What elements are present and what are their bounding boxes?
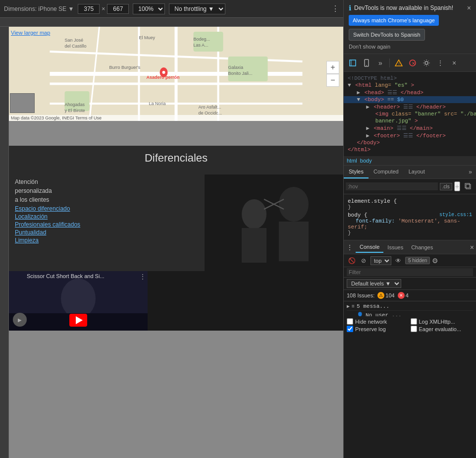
- head-expand[interactable]: ▶: [357, 90, 361, 96]
- hide-network-checkbox[interactable]: [347, 318, 353, 325]
- tab-styles[interactable]: Styles: [344, 166, 369, 178]
- map-zoom-out-button[interactable]: −: [326, 74, 339, 87]
- link-puntualidad[interactable]: Puntualidad: [15, 229, 199, 236]
- log-xmlhttp-checkbox[interactable]: [411, 318, 417, 325]
- barber-svg: [205, 174, 343, 271]
- toolbar-more-button[interactable]: ⋮: [331, 4, 339, 13]
- styles-add-button[interactable]: +: [454, 181, 460, 191]
- lang-attr: lang=: [375, 82, 391, 88]
- error-icon: ✕: [409, 59, 417, 67]
- throttle-select[interactable]: No throttling ▼: [169, 3, 225, 14]
- hidden-badge[interactable]: 5 hidden: [405, 257, 430, 264]
- html-expand-arrow[interactable]: ▼: [348, 82, 351, 88]
- context-select[interactable]: top: [370, 256, 391, 265]
- html-breadcrumb[interactable]: html: [347, 158, 357, 164]
- warn-count-text: 104: [385, 292, 394, 298]
- img-src-cont[interactable]: banner.jpg" >: [344, 117, 476, 124]
- html-close-line[interactable]: </html>: [344, 146, 476, 153]
- video-menu-icon[interactable]: ⋮: [140, 273, 146, 280]
- body-open-line[interactable]: ▼ <body> == $0: [344, 96, 476, 103]
- link-limpieza[interactable]: Limpieza: [15, 237, 199, 244]
- header-line[interactable]: ▶ <header> ☰☰ </header>: [344, 103, 476, 111]
- barber-image-inner: [205, 174, 343, 271]
- body-breadcrumb[interactable]: body: [360, 158, 372, 164]
- hide-network-label: Hide network: [355, 319, 387, 325]
- eager-eval-checkbox[interactable]: [411, 326, 417, 332]
- body-close-line[interactable]: </body>: [344, 139, 476, 146]
- body-dollar: $0: [397, 97, 404, 103]
- youtube-play-button[interactable]: [69, 314, 87, 327]
- svg-text:Bonito Jali...: Bonito Jali...: [228, 71, 253, 76]
- top-selector: top: [370, 256, 391, 265]
- notif-buttons: Always match Chrome's language: [349, 15, 471, 26]
- elements-panel-button[interactable]: [347, 57, 359, 69]
- devtools-close-button[interactable]: ×: [448, 57, 460, 69]
- console-close-button[interactable]: ×: [470, 243, 474, 251]
- tab-changes[interactable]: Changes: [407, 242, 437, 252]
- html-open-line[interactable]: ▼ <html lang= "es" >: [344, 82, 476, 89]
- console-gear-button[interactable]: ⚙: [432, 257, 438, 265]
- view-larger-link[interactable]: View larger map: [11, 30, 50, 36]
- img-src-attr: src=: [444, 111, 457, 117]
- tabs-more-button[interactable]: »: [465, 166, 476, 178]
- svg-rect-29: [205, 174, 343, 271]
- copy-styles-button[interactable]: [462, 180, 474, 192]
- console-entry-2: 👤 No user ...: [347, 311, 473, 316]
- match-language-button[interactable]: Always match Chrome's language: [349, 15, 439, 26]
- img-line[interactable]: <img class= "banner" src= "./banner/: [344, 111, 476, 117]
- head-line[interactable]: ▶ <head> ☰☰ </head>: [344, 89, 476, 96]
- tab-issues[interactable]: Issues: [383, 242, 407, 252]
- warning-icon-button[interactable]: !: [393, 57, 405, 69]
- svg-text:Las A...: Las A...: [194, 43, 209, 48]
- tab-computed[interactable]: Computed: [369, 166, 404, 178]
- zoom-select[interactable]: 100%: [133, 3, 165, 14]
- svg-rect-9: [194, 32, 223, 52]
- tab-console[interactable]: Console: [356, 242, 383, 253]
- tab-layout[interactable]: Layout: [404, 166, 430, 178]
- dimension-separator: ×: [102, 5, 105, 12]
- footer-line[interactable]: ▶ <footer> ☰☰ </footer>: [344, 132, 476, 139]
- more-tools-button[interactable]: »: [374, 57, 386, 69]
- levels-dropdown[interactable]: Default levels ▼: [347, 279, 401, 288]
- height-input[interactable]: [107, 4, 129, 14]
- cls-button[interactable]: .cls: [440, 183, 452, 190]
- console-clear-button[interactable]: 🚫: [347, 256, 357, 266]
- video-thumbnail[interactable]: ▶ Scissor Cut Short Back and Si... ⋮: [9, 271, 148, 331]
- link-espacio[interactable]: Espacio diferenciado: [15, 205, 199, 212]
- info-icon: ℹ: [349, 4, 351, 12]
- devtools-menu-button[interactable]: ⋮: [434, 57, 446, 69]
- footer-expand[interactable]: ▶: [366, 133, 370, 139]
- width-input[interactable]: [78, 4, 100, 14]
- link-localizacion[interactable]: Localización: [15, 213, 199, 220]
- style-source[interactable]: style.css:1: [439, 212, 472, 218]
- link-profesionales[interactable]: Profesionales calificados: [15, 221, 199, 228]
- doctype-line[interactable]: <!DOCTYPE html>: [344, 75, 476, 82]
- play-triangle: [76, 316, 83, 324]
- svg-point-48: [425, 61, 428, 64]
- eye-button[interactable]: 👁: [393, 256, 403, 266]
- body-expand[interactable]: ▼: [357, 97, 361, 103]
- entry1-expand[interactable]: ▶: [347, 303, 350, 309]
- notif-close-button[interactable]: ×: [467, 4, 471, 12]
- default-levels-row: Default levels ▼: [344, 278, 476, 290]
- header-expand[interactable]: ▶: [366, 104, 370, 110]
- img-class-attr: class=: [392, 111, 412, 117]
- console-filter-button[interactable]: ⊘: [359, 256, 369, 266]
- settings-button[interactable]: [421, 57, 432, 69]
- console-filter-input[interactable]: [347, 268, 473, 276]
- dimension-inputs: ×: [78, 4, 129, 14]
- styles-filter-input[interactable]: [346, 182, 438, 190]
- preserve-log-checkbox[interactable]: [347, 326, 353, 332]
- warn-count: ⚠ 104: [377, 292, 394, 299]
- svg-point-37: [61, 279, 96, 318]
- main-line[interactable]: ▶ <main> ☰☰ </main>: [344, 124, 476, 132]
- device-toolbar-button[interactable]: [361, 57, 372, 69]
- switch-spanish-button[interactable]: Switch DevTools to Spanish: [349, 29, 425, 41]
- error-icon-button[interactable]: ✕: [407, 57, 419, 69]
- console-more-button[interactable]: ⋮: [344, 241, 356, 253]
- map-zoom-in-button[interactable]: +: [326, 61, 339, 74]
- dont-show-again[interactable]: Don't show again: [349, 44, 471, 50]
- html-close-tag: </html>: [348, 147, 370, 153]
- device-label[interactable]: Dimensions: iPhone SE ▼: [4, 5, 74, 12]
- main-expand[interactable]: ▶: [366, 125, 370, 131]
